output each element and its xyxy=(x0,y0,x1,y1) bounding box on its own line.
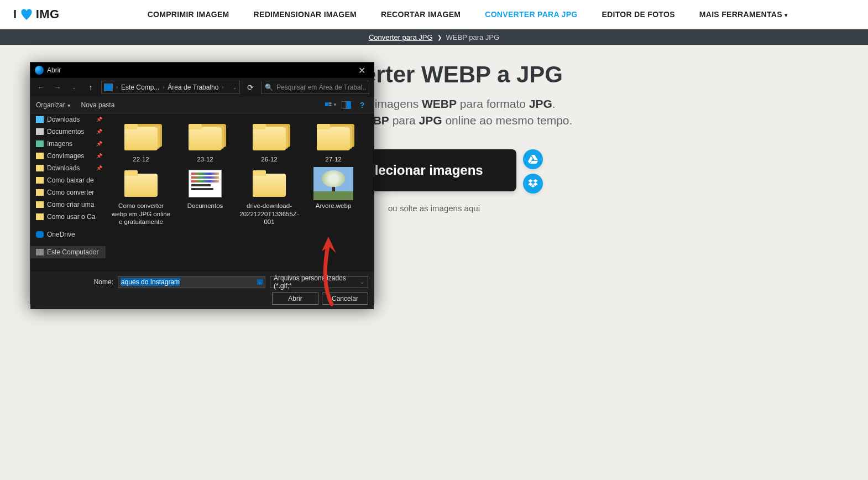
doc-icon xyxy=(36,128,44,135)
sidebar-label: Downloads xyxy=(47,116,80,123)
sidebar-label: OneDrive xyxy=(47,231,75,238)
sidebar-label: Imagens xyxy=(47,140,72,148)
dropbox-icon xyxy=(528,179,538,188)
organize-menu[interactable]: Organizar▼ xyxy=(36,101,71,109)
logo[interactable]: I IMG xyxy=(13,7,60,22)
sidebar-item-este-computador[interactable]: Este Computador xyxy=(30,246,106,258)
file-list: 22-1223-1226-1227-12Como converter webp … xyxy=(106,113,374,272)
nav-editor[interactable]: EDITOR DE FOTOS xyxy=(602,10,674,19)
file-item[interactable]: Como converter webp em JPG online e grat… xyxy=(109,165,173,228)
sidebar-label: Documentos xyxy=(47,128,84,135)
sidebar-item-imagens[interactable]: Imagens📌 xyxy=(30,138,106,150)
sidebar-item-onedrive[interactable]: OneDrive xyxy=(30,228,106,241)
search-box[interactable]: 🔍 xyxy=(261,81,369,94)
sidebar-item-como-usar-o-ca[interactable]: Como usar o Ca xyxy=(30,211,106,223)
close-button[interactable]: ✕ xyxy=(354,65,369,76)
logo-text-img: IMG xyxy=(36,7,60,22)
back-button[interactable]: ← xyxy=(35,81,47,93)
chevron-down-icon[interactable]: ⌄ xyxy=(257,279,263,285)
sidebar-label: Como baixar de xyxy=(47,176,94,184)
breadcrumb-link[interactable]: Converter para JPG xyxy=(369,33,433,41)
breadcrumb-current: WEBP para JPG xyxy=(446,33,500,41)
heart-icon xyxy=(19,8,34,20)
breadcrumb: Converter para JPG ❯ WEBP para JPG xyxy=(0,29,868,45)
folder-icon xyxy=(317,124,350,150)
caret-down-icon: ▼ xyxy=(67,103,71,108)
filename-input[interactable]: aques do Instagram⌄ xyxy=(118,276,265,288)
file-item[interactable]: 27-12 xyxy=(301,119,365,165)
sidebar-item-downloads[interactable]: Downloads📌 xyxy=(30,162,106,174)
folder-icon xyxy=(36,177,44,184)
file-label: Como converter webp em JPG online e grat… xyxy=(111,202,171,226)
top-nav: I IMG COMPRIMIR IMAGEM REDIMENSIONAR IMA… xyxy=(0,0,868,29)
nav-crop[interactable]: RECORTAR IMAGEM xyxy=(381,10,461,19)
path-seg-desktop[interactable]: Área de Trabalho xyxy=(166,84,219,91)
sidebar-item-downloads[interactable]: Downloads📌 xyxy=(30,113,106,126)
sidebar-item-como-criar-uma[interactable]: Como criar uma xyxy=(30,199,106,211)
logo-text-i: I xyxy=(13,7,17,22)
recent-dropdown[interactable]: ⌄ xyxy=(68,81,80,93)
google-drive-button[interactable] xyxy=(523,149,543,169)
pc-icon xyxy=(36,249,44,255)
file-label: 23-12 xyxy=(197,155,213,163)
chevron-right-icon: ❯ xyxy=(437,34,442,40)
file-type-select[interactable]: Arquivos personalizados (*.gif;*⌄ xyxy=(270,276,368,288)
nav-convert-jpg[interactable]: CONVERTER PARA JPG xyxy=(485,10,577,19)
svg-rect-4 xyxy=(347,101,351,109)
file-item[interactable]: 23-12 xyxy=(173,119,237,165)
nav-more-tools[interactable]: MAIS FERRAMENTAS▼ xyxy=(699,10,789,19)
folder-icon xyxy=(36,213,44,220)
file-item[interactable]: 26-12 xyxy=(237,119,301,165)
preview-pane-button[interactable] xyxy=(341,100,353,110)
pc-icon xyxy=(104,84,113,91)
folder-icon xyxy=(253,170,286,197)
sidebar: Downloads📌Documentos📌Imagens📌ConvImages📌… xyxy=(30,113,106,272)
help-button[interactable]: ? xyxy=(356,100,368,110)
sidebar-item-documentos[interactable]: Documentos📌 xyxy=(30,126,106,138)
svg-rect-1 xyxy=(329,102,331,104)
dropbox-button[interactable] xyxy=(523,174,543,194)
file-label: Arvore.webp xyxy=(316,202,352,210)
search-icon: 🔍 xyxy=(265,84,273,91)
sidebar-item-como-converter[interactable]: Como converter xyxy=(30,186,106,199)
chevron-down-icon[interactable]: ⌄ xyxy=(233,85,237,90)
dialog-titlebar: Abrir ✕ xyxy=(30,62,374,78)
folder-icon xyxy=(36,201,44,208)
cloud-icon xyxy=(36,231,44,238)
file-label: 26-12 xyxy=(261,155,277,163)
img-icon xyxy=(36,140,44,147)
pin-icon: 📌 xyxy=(96,141,102,147)
cancel-button[interactable]: Cancelar xyxy=(322,293,368,305)
forward-button[interactable]: → xyxy=(51,81,64,93)
folder-icon xyxy=(253,124,286,150)
view-mode-button[interactable]: ▼ xyxy=(325,100,337,110)
file-item[interactable]: 22-12 xyxy=(109,119,173,165)
folder-icon xyxy=(36,189,44,196)
sidebar-label: Como usar o Ca xyxy=(47,213,95,221)
pin-icon: 📌 xyxy=(96,129,102,134)
file-item[interactable]: Arvore.webp xyxy=(301,165,365,228)
pin-icon: 📌 xyxy=(96,117,102,122)
nav-compress[interactable]: COMPRIMIR IMAGEM xyxy=(148,10,229,19)
new-folder-button[interactable]: Nova pasta xyxy=(81,101,115,109)
sidebar-label: ConvImages xyxy=(47,152,84,160)
path-seg-computer[interactable]: Este Comp... xyxy=(120,84,160,91)
sidebar-item-como-baixar-de[interactable]: Como baixar de xyxy=(30,174,106,186)
file-label: 22-12 xyxy=(133,155,149,163)
file-item[interactable]: drive-download-20221220T133655Z-001 xyxy=(237,165,301,228)
chevron-right-icon: › xyxy=(116,85,118,90)
image-thumbnail xyxy=(313,167,353,200)
file-item[interactable]: Documentos xyxy=(173,165,237,228)
name-label: Nome: xyxy=(36,278,113,286)
path-bar[interactable]: › Este Comp... › Área de Trabalho › ⌄ xyxy=(101,81,240,94)
svg-rect-3 xyxy=(342,101,346,109)
up-button[interactable]: ↑ xyxy=(85,81,97,93)
svg-rect-2 xyxy=(329,105,331,106)
sidebar-label: Como criar uma xyxy=(47,201,94,208)
refresh-button[interactable]: ⟳ xyxy=(244,81,257,93)
chevron-right-icon: › xyxy=(163,85,164,90)
search-input[interactable] xyxy=(276,84,365,91)
nav-resize[interactable]: REDIMENSIONAR IMAGEM xyxy=(254,10,357,19)
open-button[interactable]: Abrir xyxy=(272,293,318,305)
sidebar-item-convimages[interactable]: ConvImages📌 xyxy=(30,150,106,162)
